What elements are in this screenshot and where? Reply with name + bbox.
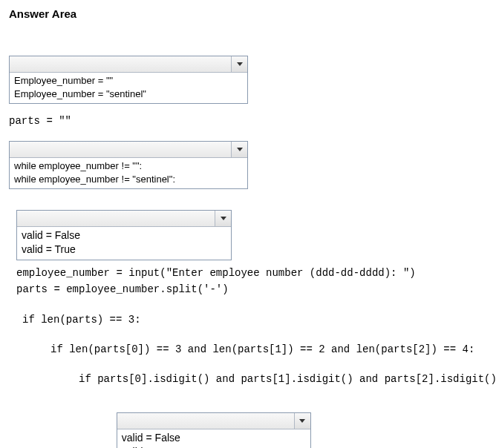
dropdown-valid-set[interactable]: valid = False valid = True bbox=[117, 412, 311, 448]
bottom-row: print(valid) valid = False valid = True bbox=[36, 412, 487, 448]
chevron-down-icon[interactable] bbox=[215, 211, 231, 226]
chevron-down-icon[interactable] bbox=[231, 142, 247, 157]
page-title: Answer Area bbox=[9, 7, 487, 20]
dropdown-option[interactable]: while employee_number != "sentinel": bbox=[14, 173, 243, 186]
dropdown-options: while employee_number != "": while emplo… bbox=[10, 158, 247, 188]
chevron-down-icon[interactable] bbox=[231, 56, 247, 72]
code-line: if parts[0].isdigit() and parts[1].isdig… bbox=[79, 372, 487, 386]
dropdown-option[interactable]: Employee_number = "sentinel" bbox=[14, 88, 243, 101]
dropdown-option[interactable]: Employee_number = "" bbox=[14, 74, 243, 88]
code-line: employee_number = input("Enter employee … bbox=[16, 266, 487, 280]
dropdown-while-condition[interactable]: while employee_number != "": while emplo… bbox=[9, 141, 248, 189]
dropdown-option[interactable]: valid = False bbox=[22, 228, 226, 243]
code-line: parts = "" bbox=[9, 114, 487, 128]
dropdown-options: valid = False valid = True bbox=[117, 429, 310, 448]
dropdown-header bbox=[17, 211, 231, 227]
dropdown-option[interactable]: valid = True bbox=[122, 445, 306, 448]
dropdown-header bbox=[10, 56, 247, 73]
dropdown-options: Employee_number = "" Employee_number = "… bbox=[10, 73, 247, 103]
code-line: if len(parts) == 3: bbox=[22, 313, 487, 326]
dropdown-option[interactable]: valid = False bbox=[122, 431, 306, 445]
dropdown-header bbox=[117, 413, 310, 429]
dropdown-valid-init[interactable]: valid = False valid = True bbox=[16, 210, 232, 260]
dropdown-option[interactable]: valid = True bbox=[22, 243, 226, 257]
dropdown-options: valid = False valid = True bbox=[17, 227, 231, 260]
code-line: if len(parts[0]) == 3 and len(parts[1]) … bbox=[50, 343, 487, 356]
chevron-down-icon[interactable] bbox=[294, 413, 310, 429]
dropdown-employee-init[interactable]: Employee_number = "" Employee_number = "… bbox=[9, 56, 248, 104]
code-line: parts = employee_number.split('-') bbox=[16, 283, 487, 296]
dropdown-header bbox=[10, 142, 247, 158]
dropdown-option[interactable]: while employee_number != "": bbox=[14, 159, 243, 173]
